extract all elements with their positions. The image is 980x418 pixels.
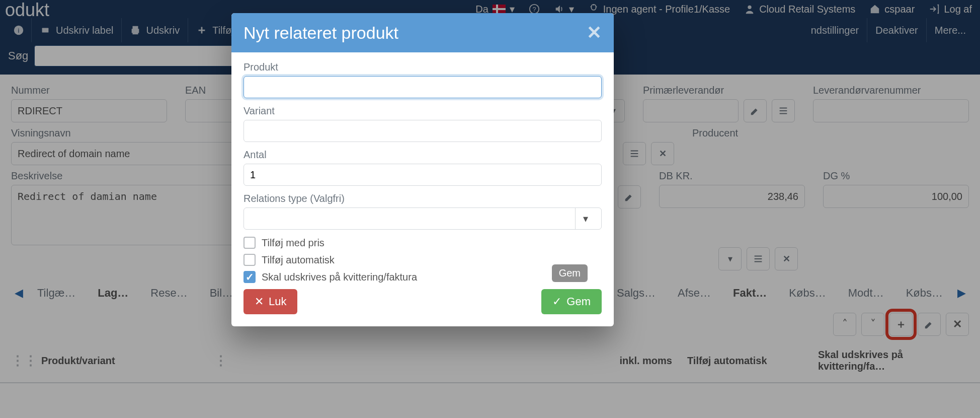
modal-relationstype-select[interactable]: ▾ [243,207,602,230]
checkbox-icon [243,237,256,249]
gem-tooltip: Gem [552,264,588,282]
field-modal-variant: Variant [243,105,602,142]
field-modal-produkt: Produkt [243,61,602,98]
gem-button[interactable]: ✓ Gem [541,289,602,314]
caret-down-icon: ▾ [583,213,588,225]
luk-label: Luk [269,295,286,308]
modal-actions: ✕ Luk ✓ Gem [243,289,602,314]
checkbox-kvittering[interactable]: ✓ Skal udskrives på kvittering/faktura [243,271,602,283]
modal-nyt-relateret-produkt: Nyt relateret produkt ✕ Produkt Variant … [231,13,614,326]
modal-header: Nyt relateret produkt ✕ [231,13,614,52]
checkbox-checked-icon: ✓ [243,271,256,283]
modal-variant-label: Variant [243,105,602,117]
modal-variant-input[interactable] [243,120,602,142]
modal-title: Nyt relateret produkt [243,23,398,43]
checkbox-kvittering-label: Skal udskrives på kvittering/faktura [262,271,417,283]
modal-body: Produkt Variant Antal Relations type (Va… [231,52,614,326]
field-modal-relationstype: Relations type (Valgfri) ▾ [243,193,602,230]
checkbox-tilfoj-auto[interactable]: Tilføj automatisk [243,254,602,266]
check-icon: ✓ [552,295,561,308]
modal-antal-input[interactable] [243,164,602,186]
gem-label: Gem [566,295,591,308]
modal-antal-label: Antal [243,149,602,161]
close-icon: ✕ [255,295,264,308]
modal-relationstype-label: Relations type (Valgfri) [243,193,602,204]
modal-produkt-label: Produkt [243,61,602,73]
luk-button[interactable]: ✕ Luk [243,289,297,314]
checkbox-tilfoj-pris[interactable]: Tilføj med pris [243,237,602,249]
checkbox-auto-label: Tilføj automatisk [262,254,335,266]
checkbox-pris-label: Tilføj med pris [262,237,324,249]
checkbox-icon [243,254,256,266]
field-modal-antal: Antal [243,149,602,186]
modal-close-button[interactable]: ✕ [587,22,602,43]
modal-produkt-input[interactable] [243,76,602,98]
